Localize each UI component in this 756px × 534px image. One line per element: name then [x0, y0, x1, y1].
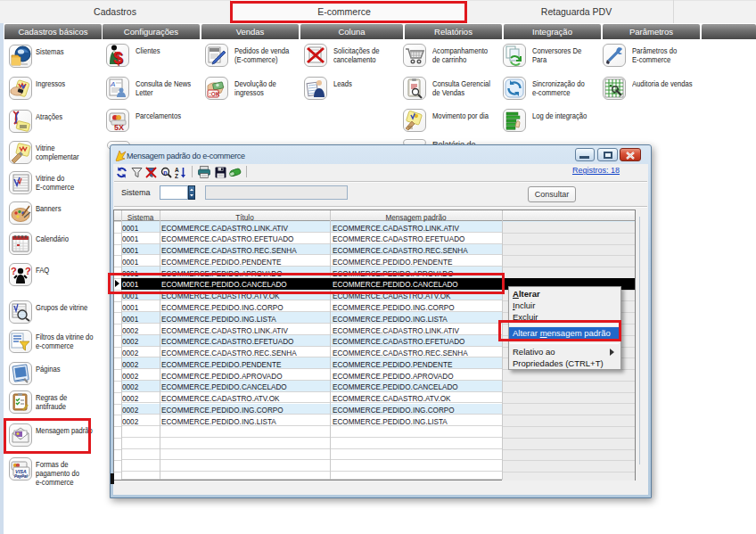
- svg-text:?: ?: [25, 266, 31, 276]
- svg-text:?: ?: [11, 266, 17, 276]
- svg-text:$: $: [113, 48, 123, 66]
- svg-text:5X: 5X: [114, 123, 124, 131]
- svg-text::OK: :OK: [210, 90, 220, 96]
- svg-text:A: A: [110, 80, 115, 88]
- svg-text:A: A: [175, 167, 179, 173]
- svg-text:PayPal: PayPal: [14, 474, 29, 479]
- svg-text:Z: Z: [175, 173, 178, 178]
- svg-text:n: n: [163, 169, 167, 176]
